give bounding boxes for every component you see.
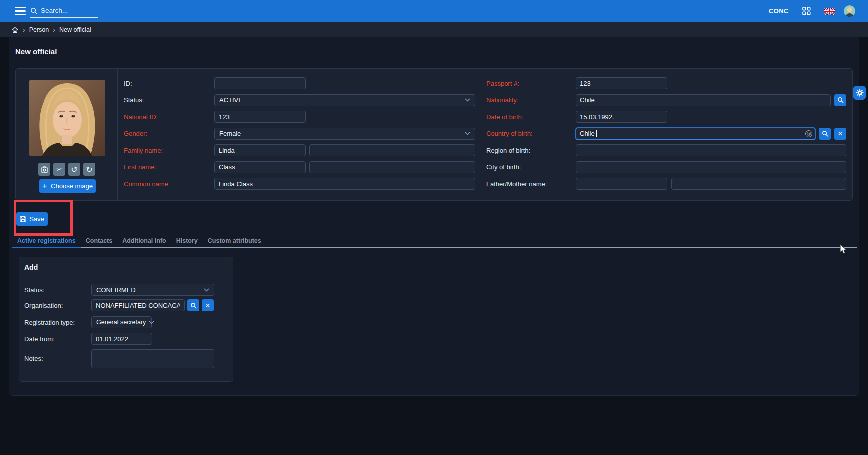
passport-label: Passport #: bbox=[486, 80, 576, 87]
add-organisation-label: Organisation: bbox=[24, 302, 91, 309]
tab-active-registrations[interactable]: Active registrations bbox=[12, 234, 81, 248]
add-notes-label: Notes: bbox=[24, 349, 91, 362]
choose-image-button[interactable]: + Choose image bbox=[39, 179, 96, 193]
notes-textarea[interactable] bbox=[91, 349, 214, 368]
add-divider bbox=[23, 276, 230, 276]
save-icon bbox=[20, 216, 26, 222]
form-left-column: ID: Status: ACTIVE National ID: Gender: … bbox=[118, 69, 479, 200]
search-icon bbox=[822, 130, 828, 137]
settings-fab-button[interactable] bbox=[853, 86, 866, 100]
camera-button[interactable] bbox=[38, 163, 50, 176]
photo-toolbar: ✂ ↺ ↻ bbox=[38, 163, 95, 176]
gender-select[interactable]: Female bbox=[214, 128, 475, 140]
rotate-left-button[interactable]: ↺ bbox=[68, 163, 80, 176]
registration-type-select[interactable]: General secretary bbox=[91, 316, 152, 328]
breadcrumb-person[interactable]: Person bbox=[29, 26, 49, 33]
country-of-birth-label: Country of birth: bbox=[486, 130, 576, 137]
nationality-input[interactable] bbox=[576, 94, 831, 106]
menu-icon[interactable] bbox=[15, 7, 26, 15]
region-of-birth-label: Region of birth: bbox=[486, 147, 576, 154]
add-date-from-label: Date from: bbox=[24, 335, 91, 343]
mother-name-input[interactable] bbox=[671, 178, 846, 190]
breadcrumb-new-official[interactable]: New official bbox=[59, 26, 91, 33]
add-row-organisation: Organisation: × bbox=[24, 299, 214, 311]
region-of-birth-input[interactable] bbox=[576, 144, 846, 156]
add-row-date-from: Date from: bbox=[24, 333, 152, 345]
father-name-input[interactable] bbox=[576, 178, 667, 190]
field-row-country-of-birth: Country of birth: @ × bbox=[486, 128, 852, 140]
crop-button[interactable]: ✂ bbox=[53, 163, 65, 176]
field-row-passport: Passport #: bbox=[486, 77, 852, 89]
first-name-alt-input[interactable] bbox=[309, 161, 475, 173]
text-caret bbox=[596, 130, 597, 137]
breadcrumb-separator: › bbox=[53, 26, 55, 33]
country-of-birth-input[interactable] bbox=[576, 128, 815, 140]
field-row-common-name: Common name: bbox=[124, 178, 479, 190]
add-status-select[interactable]: CONFIRMED bbox=[91, 284, 214, 296]
nationality-search-button[interactable] bbox=[834, 94, 846, 106]
common-name-input[interactable] bbox=[214, 178, 475, 190]
chevron-down-icon bbox=[465, 98, 470, 102]
breadcrumb: › Person › New official bbox=[0, 22, 868, 37]
country-clear-button[interactable]: × bbox=[834, 128, 846, 140]
field-row-region-of-birth: Region of birth: bbox=[486, 144, 852, 156]
field-row-date-of-birth: Date of birth: bbox=[486, 111, 852, 123]
field-row-city-of-birth: City of birth: bbox=[486, 161, 852, 173]
common-name-label: Common name: bbox=[124, 180, 214, 188]
status-select[interactable]: ACTIVE bbox=[214, 94, 475, 106]
user-avatar[interactable] bbox=[844, 0, 855, 22]
search-input[interactable] bbox=[41, 7, 91, 14]
national-id-input[interactable] bbox=[214, 111, 306, 123]
page-title: New official bbox=[15, 47, 57, 56]
field-row-gender: Gender: Female bbox=[124, 128, 479, 140]
add-status-label: Status: bbox=[24, 286, 91, 294]
family-name-label: Family name: bbox=[124, 147, 214, 154]
id-input[interactable] bbox=[214, 77, 306, 89]
at-icon: @ bbox=[805, 130, 812, 137]
date-of-birth-label: Date of birth: bbox=[486, 113, 576, 121]
date-of-birth-input[interactable] bbox=[576, 111, 667, 123]
plus-icon: + bbox=[42, 182, 47, 190]
close-icon: × bbox=[205, 301, 210, 310]
first-name-label: First name: bbox=[124, 163, 214, 171]
tab-contacts[interactable]: Contacts bbox=[81, 234, 117, 247]
family-name-alt-input[interactable] bbox=[309, 144, 475, 156]
scissors-icon: ✂ bbox=[57, 166, 62, 173]
save-label: Save bbox=[29, 215, 44, 223]
add-row-status: Status: CONFIRMED bbox=[24, 284, 214, 296]
chevron-down-icon bbox=[204, 288, 209, 292]
person-photo bbox=[29, 80, 105, 156]
city-of-birth-input[interactable] bbox=[576, 161, 846, 173]
gender-label: Gender: bbox=[124, 130, 214, 137]
home-icon[interactable] bbox=[11, 26, 19, 34]
field-row-id: ID: bbox=[124, 77, 479, 89]
date-from-input[interactable] bbox=[91, 333, 152, 345]
first-name-input[interactable] bbox=[214, 161, 306, 173]
field-row-first-name: First name: bbox=[124, 161, 479, 173]
add-title: Add bbox=[24, 263, 38, 271]
passport-input[interactable] bbox=[576, 77, 667, 89]
family-name-input[interactable] bbox=[214, 144, 306, 156]
form-right-column: Passport #: Nationality: Date of birth: … bbox=[479, 69, 852, 200]
add-organisation-input[interactable] bbox=[91, 299, 185, 311]
close-icon: × bbox=[838, 129, 843, 138]
search-icon bbox=[190, 302, 197, 309]
tab-custom-attributes[interactable]: Custom attributes bbox=[203, 234, 266, 247]
save-button[interactable]: Save bbox=[16, 212, 48, 226]
organisation-clear-button[interactable]: × bbox=[202, 299, 214, 311]
top-navbar: CONC bbox=[0, 0, 868, 22]
apps-grid-icon[interactable] bbox=[802, 0, 811, 22]
country-of-birth-wrap: @ bbox=[576, 128, 815, 140]
country-search-button[interactable] bbox=[819, 128, 831, 140]
tab-additional-info[interactable]: Additional info bbox=[117, 234, 171, 247]
add-row-registration-type: Registration type: General secretary bbox=[24, 316, 152, 328]
field-row-nationality: Nationality: bbox=[486, 94, 852, 106]
tab-history[interactable]: History bbox=[171, 234, 203, 247]
rotate-right-button[interactable]: ↻ bbox=[83, 163, 95, 176]
field-row-father-mother: Father/Mother name: bbox=[486, 178, 852, 190]
rotate-left-icon: ↺ bbox=[71, 165, 77, 174]
choose-image-label: Choose image bbox=[51, 182, 93, 190]
organisation-search-button[interactable] bbox=[187, 299, 199, 311]
language-flag-icon[interactable] bbox=[824, 0, 835, 22]
field-row-family-name: Family name: bbox=[124, 144, 479, 156]
